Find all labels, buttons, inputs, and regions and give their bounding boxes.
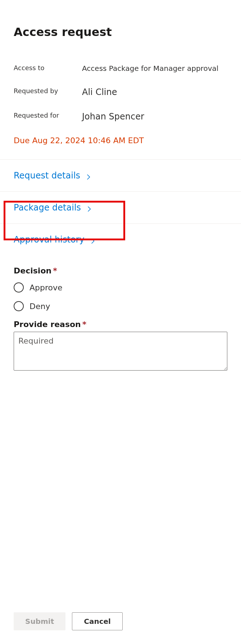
cancel-button[interactable]: Cancel xyxy=(72,612,123,630)
package-details-link[interactable]: Package details xyxy=(14,203,92,213)
decision-label-text: Decision xyxy=(14,266,51,275)
approval-history-label: Approval history xyxy=(14,235,85,245)
info-grid: Access to Access Package for Manager app… xyxy=(14,64,227,122)
approve-label: Approve xyxy=(29,283,63,292)
required-star-icon: * xyxy=(82,320,87,329)
approve-radio[interactable]: Approve xyxy=(14,282,227,292)
section-request-details: Request details xyxy=(0,159,241,191)
decision-label: Decision* xyxy=(14,266,227,275)
package-details-label: Package details xyxy=(14,203,81,213)
approval-history-link[interactable]: Approval history xyxy=(14,235,96,245)
request-details-link[interactable]: Request details xyxy=(14,171,92,181)
chevron-right-icon xyxy=(90,236,96,243)
page-title: Access request xyxy=(14,25,241,39)
access-to-label: Access to xyxy=(14,64,82,73)
reason-textarea[interactable] xyxy=(14,332,227,371)
access-to-row: Access to Access Package for Manager app… xyxy=(14,64,227,73)
chevron-right-icon xyxy=(85,172,92,179)
requested-by-value: Ali Cline xyxy=(82,87,227,97)
footer: Submit Cancel xyxy=(14,612,123,630)
reason-label: Provide reason* xyxy=(14,320,227,329)
deny-radio[interactable]: Deny xyxy=(14,301,227,311)
due-date: Due Aug 22, 2024 10:46 AM EDT xyxy=(14,136,227,145)
requested-for-label: Requested for xyxy=(14,112,82,122)
requested-for-row: Requested for Johan Spencer xyxy=(14,112,227,122)
required-star-icon: * xyxy=(53,266,57,275)
radio-circle-icon xyxy=(14,282,24,292)
deny-label: Deny xyxy=(29,302,50,311)
requested-for-value: Johan Spencer xyxy=(82,112,227,122)
requested-by-label: Requested by xyxy=(14,87,82,97)
decision-block: Decision* Approve Deny xyxy=(14,266,227,311)
section-approval-history: Approval history xyxy=(0,223,241,255)
submit-button[interactable]: Submit xyxy=(14,612,65,630)
access-to-value: Access Package for Manager approval xyxy=(82,64,227,73)
radio-circle-icon xyxy=(14,301,24,311)
reason-label-text: Provide reason xyxy=(14,320,81,329)
request-details-label: Request details xyxy=(14,171,80,181)
section-package-details: Package details xyxy=(0,191,241,223)
chevron-right-icon xyxy=(86,204,92,211)
requested-by-row: Requested by Ali Cline xyxy=(14,87,227,97)
